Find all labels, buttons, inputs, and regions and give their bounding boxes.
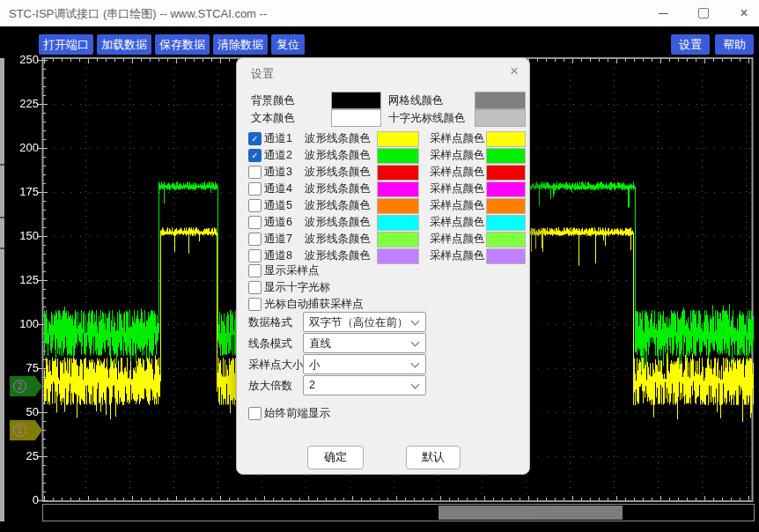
line-color-swatch[interactable] — [377, 248, 419, 264]
line-color-label: 波形线条颜色 — [305, 248, 371, 263]
channel-marker-digit: 2 — [13, 380, 26, 393]
point-color-swatch[interactable] — [486, 165, 526, 181]
maximize-icon — [698, 8, 709, 18]
channel-checkbox-8[interactable] — [248, 249, 262, 262]
color-setting-label: 十字光标线颜色 — [388, 111, 466, 126]
dropdown-value: 2 — [309, 379, 315, 391]
line-color-label: 波形线条颜色 — [305, 165, 371, 180]
dropdown-1[interactable]: 双字节（高位在前） — [303, 312, 426, 332]
minimize-button[interactable] — [645, 0, 681, 26]
channel-checkbox-3[interactable] — [248, 166, 262, 179]
always-on-top-checkbox[interactable] — [248, 407, 262, 420]
line-color-swatch[interactable] — [377, 215, 419, 231]
line-color-label: 波形线条颜色 — [305, 148, 371, 163]
y-axis-label: 225 — [7, 97, 39, 110]
dropdown-value: 小 — [309, 358, 321, 373]
y-axis-label: 25 — [7, 449, 39, 462]
channel-label: 通道2 — [264, 148, 292, 163]
channel-checkbox-2[interactable]: ✓ — [248, 149, 262, 162]
y-axis-label: 50 — [7, 405, 39, 418]
point-color-label: 采样点颜色 — [430, 131, 485, 146]
y-axis-label: 150 — [7, 229, 39, 242]
line-color-label: 波形线条颜色 — [305, 131, 371, 146]
channel-checkbox-7[interactable] — [248, 233, 262, 246]
scrollbar-thumb[interactable] — [438, 506, 623, 520]
ok-button[interactable]: 确定 — [307, 446, 364, 469]
dropdown-2[interactable]: 直线 — [303, 333, 426, 353]
option-label: 显示十字光标 — [264, 280, 330, 295]
point-color-swatch[interactable] — [486, 232, 526, 248]
color-swatch[interactable] — [331, 109, 381, 127]
y-axis-label: 0 — [7, 493, 39, 506]
y-axis-label: 200 — [7, 141, 39, 154]
dropdown-3[interactable]: 小 — [303, 354, 426, 374]
y-axis-label: 175 — [7, 185, 39, 198]
point-color-swatch[interactable] — [486, 248, 526, 264]
option-label: 显示采样点 — [264, 263, 320, 278]
line-color-swatch[interactable] — [377, 131, 419, 147]
toolbar-button-right-1[interactable]: 设置 — [671, 34, 710, 55]
line-color-swatch[interactable] — [377, 181, 419, 197]
point-color-swatch[interactable] — [486, 131, 526, 147]
minimize-icon — [659, 13, 668, 14]
point-color-swatch[interactable] — [486, 181, 526, 197]
color-setting-label: 背景颜色 — [251, 93, 295, 108]
channel-label: 通道5 — [264, 198, 292, 213]
chevron-down-icon — [411, 317, 420, 326]
dropdown-value: 直线 — [309, 336, 331, 351]
line-color-label: 波形线条颜色 — [305, 232, 371, 247]
point-color-swatch[interactable] — [486, 215, 526, 231]
dropdown-value: 双字节（高位在前） — [309, 315, 409, 330]
settings-dialog: 设置 × 背景颜色网格线颜色文本颜色十字光标线颜色 ✓通道1波形线条颜色采样点颜… — [236, 57, 530, 475]
line-color-label: 波形线条颜色 — [305, 215, 371, 230]
close-button[interactable]: × — [726, 0, 759, 26]
window-title: STC-ISP调试接口 (串口绘图) -- www.STCAI.com -- — [9, 6, 267, 22]
toolbar-button-4[interactable]: 清除数据 — [213, 34, 268, 55]
line-color-swatch[interactable] — [377, 148, 419, 164]
channel-checkbox-1[interactable]: ✓ — [248, 132, 262, 145]
point-color-label: 采样点颜色 — [430, 215, 485, 230]
channel-checkbox-4[interactable] — [248, 182, 262, 196]
channel-label: 通道7 — [264, 232, 292, 247]
toolbar-button-2[interactable]: 加载数据 — [97, 34, 151, 55]
point-color-swatch[interactable] — [486, 148, 526, 164]
channel-label: 通道8 — [264, 248, 292, 263]
color-swatch[interactable] — [331, 92, 381, 109]
scrollbar-track[interactable] — [42, 504, 755, 521]
toolbar-button-right-2[interactable]: 帮助 — [715, 34, 754, 55]
channel-checkbox-5[interactable] — [248, 199, 262, 212]
y-axis-label: 75 — [7, 361, 39, 374]
channel-label: 通道6 — [264, 215, 292, 230]
dialog-close-icon[interactable]: × — [510, 63, 519, 80]
point-color-swatch[interactable] — [486, 198, 526, 214]
line-color-swatch[interactable] — [377, 232, 419, 248]
option-checkbox-1[interactable] — [248, 264, 262, 277]
chevron-down-icon — [411, 359, 420, 368]
point-color-label: 采样点颜色 — [430, 165, 485, 180]
option-checkbox-3[interactable] — [248, 298, 262, 311]
y-axis-label: 125 — [7, 273, 39, 286]
channel-checkbox-6[interactable] — [248, 216, 262, 229]
point-color-label: 采样点颜色 — [430, 198, 485, 213]
color-setting-label: 网格线颜色 — [388, 93, 444, 108]
line-color-swatch[interactable] — [377, 165, 419, 181]
point-color-label: 采样点颜色 — [430, 232, 485, 247]
toolbar-button-3[interactable]: 保存数据 — [155, 34, 210, 55]
toolbar-button-5[interactable]: 复位 — [271, 34, 305, 55]
toolbar-button-1[interactable]: 打开端口 — [39, 34, 93, 55]
dialog-title: 设置 — [251, 66, 274, 82]
app-window: STC-ISP调试接口 (串口绘图) -- www.STCAI.com -- ×… — [0, 0, 759, 532]
color-swatch[interactable] — [475, 92, 526, 109]
chevron-down-icon — [411, 338, 420, 347]
default-button[interactable]: 默认 — [406, 446, 461, 469]
close-icon: × — [740, 6, 748, 20]
channel-label: 通道1 — [264, 131, 292, 146]
option-checkbox-2[interactable] — [248, 281, 262, 294]
color-swatch[interactable] — [475, 109, 526, 127]
background-window-sliver — [0, 58, 4, 521]
point-color-label: 采样点颜色 — [430, 181, 485, 196]
maximize-button[interactable] — [686, 0, 721, 26]
dropdown-4[interactable]: 2 — [303, 375, 426, 395]
line-color-swatch[interactable] — [377, 198, 419, 214]
dropdown-label: 采样点大小 — [248, 358, 304, 373]
